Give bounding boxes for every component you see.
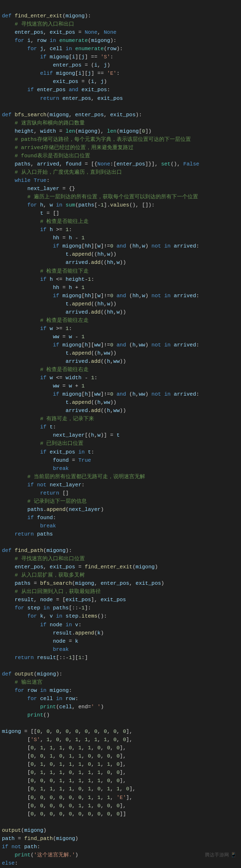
watermark-icon: 📱 [230,852,236,857]
code-block: def find_enter_exit(migong): # 寻找迷宫的入口和出… [2,12,239,868]
code-container: def find_enter_exit(migong): # 寻找迷宫的入口和出… [0,0,241,868]
watermark: 腾达手游网 📱 [205,852,236,858]
watermark-text: 腾达手游网 [205,852,229,857]
